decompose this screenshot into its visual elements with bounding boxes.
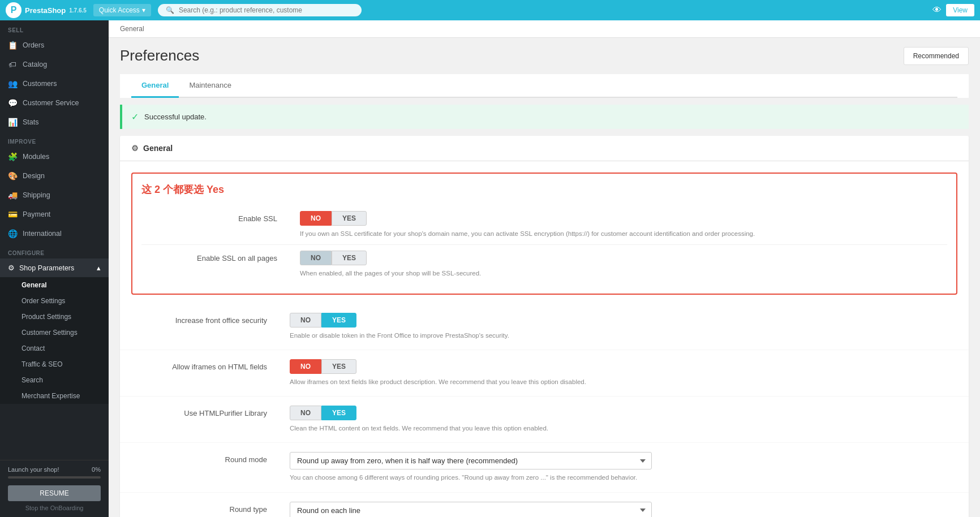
page-title: Preferences (120, 47, 199, 64)
allow-iframes-help: Allow iframes on text fields like produc… (290, 377, 957, 387)
allow-iframes-label: Allow iframes on HTML fields (131, 359, 278, 371)
sub-item-merchant-expertise[interactable]: Merchant Expertise (0, 388, 109, 404)
enable-ssl-toggle: NO YES (300, 211, 947, 226)
sub-item-product-settings[interactable]: Product Settings (0, 309, 109, 325)
stats-icon: 📊 (8, 118, 17, 127)
enable-ssl-pages-row: Enable SSL on all pages NO YES When enab… (141, 245, 947, 284)
front-office-security-yes-btn[interactable]: YES (321, 313, 356, 328)
sidebar-item-design[interactable]: 🎨 Design (0, 166, 109, 186)
round-type-control: Round on each item Round on each line Ro… (290, 502, 957, 518)
enable-ssl-control: NO YES If you own an SSL certificate for… (300, 211, 947, 239)
chevron-up-icon: ▴ (97, 264, 101, 272)
orders-icon: 📋 (8, 41, 17, 50)
resume-button[interactable]: RESUME (8, 485, 101, 501)
front-office-security-control: NO YES Enable or disable token in the Fr… (290, 313, 957, 341)
shop-params-icon: ⚙ (8, 264, 15, 272)
htmlpurifier-help: Clean the HTML content on text fields. W… (290, 424, 957, 433)
front-office-security-row: Increase front office security NO YES En… (120, 304, 969, 350)
shop-params-submenu: General Order Settings Product Settings … (0, 277, 109, 404)
customers-icon: 👥 (8, 79, 17, 88)
sidebar-item-customers[interactable]: 👥 Customers (0, 74, 109, 93)
launch-bar-label: Launch your shop! 0% (8, 466, 101, 473)
enable-ssl-pages-help: When enabled, all the pages of your shop… (300, 269, 947, 278)
htmlpurifier-toggle: NO YES (290, 406, 957, 420)
enable-ssl-pages-label: Enable SSL on all pages (141, 251, 289, 262)
sidebar-item-international[interactable]: 🌐 International (0, 224, 109, 243)
search-bar-container: 🔍 (158, 4, 362, 16)
htmlpurifier-label: Use HTMLPurifier Library (131, 406, 278, 417)
allow-iframes-no-btn[interactable]: NO (290, 359, 321, 374)
quick-access-button[interactable]: Quick Access ▾ (93, 4, 151, 16)
alert-message: Successful update. (144, 113, 207, 121)
round-mode-row: Round mode Round up away from zero, when… (120, 443, 969, 492)
sidebar: SELL 📋 Orders 🏷 Catalog 👥 Customers 💬 Cu… (0, 20, 109, 517)
enable-ssl-help: If you own an SSL certificate for your s… (300, 229, 947, 239)
sub-item-traffic-seo[interactable]: Traffic & SEO (0, 356, 109, 372)
view-button[interactable]: View (946, 4, 974, 16)
international-icon: 🌐 (8, 229, 17, 238)
htmlpurifier-yes-btn[interactable]: YES (321, 406, 356, 420)
sub-item-search[interactable]: Search (0, 372, 109, 388)
tab-general[interactable]: General (131, 74, 179, 98)
modules-icon: 🧩 (8, 152, 17, 161)
main-content: General Preferences Recommended General … (109, 20, 980, 517)
sidebar-item-orders[interactable]: 📋 Orders (0, 36, 109, 55)
brand-logo: P (6, 2, 22, 18)
sub-item-contact[interactable]: Contact (0, 341, 109, 356)
enable-ssl-label: Enable SSL (141, 211, 289, 223)
payment-icon: 💳 (8, 210, 17, 219)
round-type-label: Round type (131, 502, 278, 514)
brand-name: PrestaShop (25, 6, 66, 15)
round-mode-select[interactable]: Round up away from zero, when it is half… (290, 452, 652, 469)
highlight-note: 这 2 个都要选 Yes (141, 183, 947, 196)
sidebar-item-shipping[interactable]: 🚚 Shipping (0, 186, 109, 205)
shipping-icon: 🚚 (8, 191, 17, 200)
sidebar-item-modules[interactable]: 🧩 Modules (0, 147, 109, 166)
tab-maintenance[interactable]: Maintenance (179, 74, 241, 98)
enable-ssl-pages-no-btn[interactable]: NO (300, 251, 332, 265)
page-header: Preferences Recommended (109, 38, 980, 65)
sidebar-item-catalog[interactable]: 🏷 Catalog (0, 55, 109, 74)
progress-bar-track (8, 476, 101, 479)
enable-ssl-yes-btn[interactable]: YES (332, 211, 367, 226)
design-icon: 🎨 (8, 171, 17, 180)
enable-ssl-pages-yes-btn[interactable]: YES (332, 251, 367, 265)
sidebar-bottom: Launch your shop! 0% RESUME Stop the OnB… (0, 460, 109, 517)
sidebar-item-payment[interactable]: 💳 Payment (0, 205, 109, 224)
round-type-select[interactable]: Round on each item Round on each line Ro… (290, 502, 652, 518)
htmlpurifier-control: NO YES Clean the HTML content on text fi… (290, 406, 957, 433)
enable-ssl-pages-toggle: NO YES (300, 251, 947, 265)
sell-section-label: SELL (0, 20, 109, 36)
sub-item-order-settings[interactable]: Order Settings (0, 293, 109, 309)
section-title: General (143, 144, 173, 153)
recommended-button[interactable]: Recommended (904, 47, 969, 65)
brand-version: 1.7.6.5 (69, 7, 87, 14)
search-input[interactable] (179, 6, 354, 14)
enable-ssl-no-btn[interactable]: NO (300, 211, 332, 226)
sidebar-item-customer-service[interactable]: 💬 Customer Service (0, 93, 109, 113)
sub-item-general[interactable]: General (0, 277, 109, 293)
improve-section-label: IMPROVE (0, 132, 109, 147)
allow-iframes-toggle: NO YES (290, 359, 957, 374)
htmlpurifier-row: Use HTMLPurifier Library NO YES Clean th… (120, 397, 969, 443)
front-office-security-toggle: NO YES (290, 313, 957, 328)
form-body: 这 2 个都要选 Yes Enable SSL NO YES If you ow… (120, 161, 969, 517)
round-type-row: Round type Round on each item Round on e… (120, 493, 969, 518)
ssl-highlight-box: 这 2 个都要选 Yes Enable SSL NO YES If you ow… (131, 173, 957, 295)
round-mode-label: Round mode (131, 452, 278, 464)
eye-icon: 👁 (932, 5, 942, 15)
general-section-card: ⚙ General 这 2 个都要选 Yes Enable SSL NO YES (120, 136, 969, 517)
stop-onboarding-link[interactable]: Stop the OnBoarding (8, 505, 101, 511)
allow-iframes-yes-btn[interactable]: YES (321, 359, 356, 374)
sidebar-item-stats[interactable]: 📊 Stats (0, 113, 109, 132)
gear-icon: ⚙ (131, 144, 139, 153)
top-navigation: P PrestaShop 1.7.6.5 Quick Access ▾ 🔍 👁 … (0, 0, 980, 20)
sub-item-customer-settings[interactable]: Customer Settings (0, 325, 109, 341)
round-mode-control: Round up away from zero, when it is half… (290, 452, 957, 482)
htmlpurifier-no-btn[interactable]: NO (290, 406, 321, 420)
enable-ssl-pages-control: NO YES When enabled, all the pages of yo… (300, 251, 947, 278)
front-office-security-label: Increase front office security (131, 313, 278, 325)
front-office-security-no-btn[interactable]: NO (290, 313, 321, 328)
shop-parameters-header[interactable]: ⚙ Shop Parameters ▴ (0, 258, 109, 277)
allow-iframes-control: NO YES Allow iframes on text fields like… (290, 359, 957, 387)
